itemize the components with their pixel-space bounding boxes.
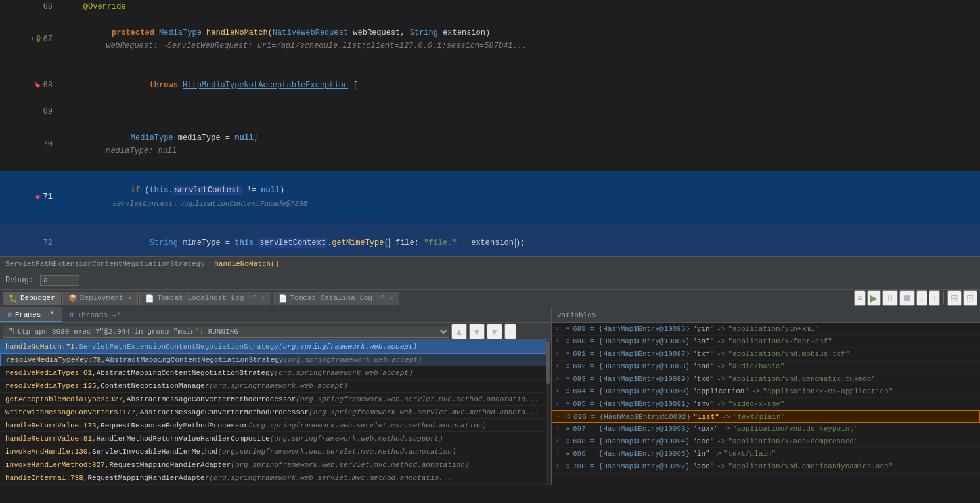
var-item-697[interactable]: › ≡ 697 = {HashMap$Entry@10093} "kpxx" -… — [552, 423, 980, 435]
thread-add[interactable]: + — [504, 324, 516, 339]
var-val-692: "audio/basic" — [728, 362, 784, 370]
frames-icon: ▤ — [8, 310, 12, 318]
var-item-690[interactable]: › ≡ 690 = {HashMap$Entry@10086} "snf" ->… — [552, 336, 980, 348]
frames-panel: ▤ Frames →* ⊞ Threads →* "http-apr-8080-… — [0, 307, 552, 485]
var-expand-697[interactable]: › — [556, 426, 564, 432]
tab-frames[interactable]: ▤ Frames →* — [0, 307, 62, 322]
var-expand-700[interactable]: › — [556, 463, 564, 470]
frame-item-1[interactable]: handleNoMatch:71, ServletPathExtensionCo… — [0, 340, 551, 353]
frame-package-1: (org.springframework.web.accept) — [278, 343, 417, 351]
thread-nav-down[interactable]: ▼ — [469, 324, 485, 339]
var-expand-696[interactable]: › — [556, 414, 564, 420]
toolbar-btn-resume[interactable]: ▶ — [867, 290, 881, 306]
frame-item-8[interactable]: handleReturnValue:81, HandlerMethodRetur… — [0, 432, 551, 445]
toolbar-btn-mute[interactable]: ⊡ — [963, 290, 977, 306]
tab-threads[interactable]: ⊞ Threads →* — [62, 307, 129, 322]
line-content-70: MediaType mediaType = null; mediaType: n… — [59, 118, 980, 171]
frame-item-3[interactable]: resolveMediaTypes:61, AbstractMappingCon… — [0, 366, 551, 380]
toolbar-btn-pause[interactable]: ⏸ — [882, 290, 898, 306]
frame-package-10: (org.springframework.web.servlet.mvc.met… — [231, 461, 469, 469]
frame-item-9[interactable]: invokeAndHandle:130, ServletInvocableHan… — [0, 445, 551, 458]
var-icon-690: ≡ — [566, 338, 570, 345]
var-expand-698[interactable]: › — [556, 438, 564, 445]
variables-header: Variables — [552, 307, 980, 323]
var-expand-699[interactable]: › — [556, 450, 564, 457]
line-content-67: protected MediaType handleNoMatch(Native… — [59, 13, 980, 66]
tab-deployment[interactable]: 📦 Deployment ▾ — [62, 292, 138, 305]
var-item-700[interactable]: › ≡ 700 = {HashMap$Entry@10297} "acc" ->… — [552, 460, 980, 473]
var-item-695[interactable]: › ≡ 695 = {HashMap$Entry@10091} "smv" ->… — [552, 398, 980, 410]
var-val-689: "application/yin+xml" — [728, 325, 819, 333]
frame-package-11: (org.springframework.web.servlet.mvc.met… — [209, 474, 452, 482]
thread-filter[interactable]: ▼ — [487, 324, 502, 339]
thread-select[interactable]: "http-apr-8080-exec-7"@2,044 in group "m… — [3, 326, 449, 338]
debug-input[interactable] — [40, 275, 79, 286]
tab-tomcat-localhost-label: Tomcat Localhost Log — [157, 294, 244, 302]
var-item-694[interactable]: › ≡ 694 = {HashMap$Entry@10090} "applica… — [552, 385, 980, 398]
toolbar-btn-step-out[interactable]: ↑ — [929, 290, 940, 306]
var-item-691[interactable]: › ≡ 691 = {HashMap$Entry@10087} "txf" ->… — [552, 348, 980, 361]
threads-icon: ⊞ — [70, 311, 75, 319]
frame-class-9: ServletInvocableHandlerMethod — [92, 448, 217, 456]
line-gutter-66: 66 — [0, 0, 59, 13]
toolbar-btn-step-into[interactable]: ↓ — [916, 290, 927, 306]
frame-class-5: AbstractMessageConverterMethodProcessor — [127, 395, 296, 403]
var-item-699[interactable]: › ≡ 699 = {HashMap$Entry@10095} "in" -> … — [552, 448, 980, 460]
var-expand-694[interactable]: › — [556, 388, 564, 395]
code-line-68: 🔖 68 throws HttpMediaTypeNotAcceptableEx… — [0, 66, 980, 105]
var-id-699: 699 = {HashMap$Entry@10095} — [573, 450, 690, 458]
frame-item-7[interactable]: handleReturnValue:173, RequestResponseBo… — [0, 419, 551, 432]
threads-label: Threads →* — [78, 311, 121, 319]
tab-tomcat-localhost-x[interactable]: ✕ — [261, 295, 265, 302]
tabs-bar: 🐛 Debugger 📦 Deployment ▾ 📄 Tomcat Local… — [0, 289, 980, 307]
frame-item-6[interactable]: writeWithMessageConverters:177, Abstract… — [0, 406, 551, 419]
frame-class-10: RequestMappingHandlerAdapter — [109, 461, 231, 469]
frame-method-2: resolveMediaTypeKey:78, — [6, 356, 106, 364]
frame-item-4[interactable]: resolveMediaTypes:125, ContentNegotiatio… — [0, 380, 551, 393]
frame-item-5[interactable]: getAcceptableMediaTypes:327, AbstractMes… — [0, 393, 551, 406]
var-item-698[interactable]: › ≡ 698 = {HashMap$Entry@10094} "ace" ->… — [552, 435, 980, 448]
tab-deployment-icon: 📦 — [68, 294, 78, 303]
line-content-72: String mimeType = this.servletContext.ge… — [59, 223, 980, 256]
var-item-692[interactable]: › ≡ 692 = {HashMap$Entry@10088} "snd" ->… — [552, 361, 980, 373]
frames-scrollbar[interactable] — [546, 340, 551, 485]
frame-package-3: (org.springframework.web.accept) — [274, 369, 412, 377]
frame-item-10[interactable]: invokeHandlerMethod:827, RequestMappingH… — [0, 458, 551, 471]
frame-item-2[interactable]: resolveMediaTypeKey:78, AbstractMappingC… — [0, 353, 551, 366]
tab-tomcat-localhost[interactable]: 📄 Tomcat Localhost Log →* ✕ — [139, 292, 271, 305]
toolbar-btn-list[interactable]: ≡ — [854, 290, 866, 306]
variable-list[interactable]: › ≡ 689 = {HashMap$Entry@10085} "yin" ->… — [552, 323, 980, 485]
var-expand-689[interactable]: › — [556, 326, 564, 332]
var-expand-691[interactable]: › — [556, 351, 564, 357]
code-line-67: ⬆@ 67 protected MediaType handleNoMatch(… — [0, 13, 980, 66]
var-val-691: "application/vnd.mobius.txf" — [728, 350, 849, 358]
var-item-696[interactable]: › ≡ 696 = {HashMap$Entry@10092} "list" -… — [552, 410, 980, 423]
var-icon-695: ≡ — [566, 401, 570, 408]
tab-tomcat-catalina-close[interactable]: →* — [378, 295, 385, 301]
tab-deployment-close[interactable]: ▾ — [129, 295, 132, 302]
frame-item-11[interactable]: handleInternal:738, RequestMappingHandle… — [0, 471, 551, 485]
panel-tabs: ▤ Frames →* ⊞ Threads →* — [0, 307, 551, 323]
tab-tomcat-catalina[interactable]: 📄 Tomcat Catalina Log →* ✕ — [273, 292, 400, 305]
var-expand-690[interactable]: › — [556, 338, 564, 345]
tab-tomcat-localhost-icon: 📄 — [145, 294, 154, 303]
var-expand-693[interactable]: › — [556, 376, 564, 382]
breadcrumb-class[interactable]: ServletPathExtensionContentNegotiationSt… — [5, 260, 205, 268]
var-id-694: 694 = {HashMap$Entry@10090} — [573, 387, 690, 395]
var-id-692: 692 = {HashMap$Entry@10088} — [573, 362, 690, 370]
frame-list[interactable]: handleNoMatch:71, ServletPathExtensionCo… — [0, 340, 551, 485]
frames-scroll-thumb[interactable] — [546, 341, 550, 384]
var-item-689[interactable]: › ≡ 689 = {HashMap$Entry@10085} "yin" ->… — [552, 323, 980, 336]
thread-nav-up[interactable]: ▲ — [451, 324, 467, 339]
tab-tomcat-catalina-x[interactable]: ✕ — [390, 295, 393, 302]
var-icon-700: ≡ — [566, 463, 570, 470]
toolbar-btn-breakpoints-view[interactable]: ⊞ — [947, 290, 962, 306]
var-item-693[interactable]: › ≡ 693 = {HashMap$Entry@10089} "txd" ->… — [552, 373, 980, 385]
var-expand-695[interactable]: › — [556, 401, 564, 407]
tab-tomcat-localhost-close[interactable]: →* — [249, 295, 256, 301]
var-expand-692[interactable]: › — [556, 363, 564, 370]
tab-debugger[interactable]: 🐛 Debugger — [3, 292, 61, 305]
var-val-700: "application/vnd.americandynamics.acc" — [728, 462, 893, 470]
toolbar-btn-stop[interactable]: ⏹ — [899, 290, 915, 306]
var-key-690: "snf" — [692, 338, 714, 345]
